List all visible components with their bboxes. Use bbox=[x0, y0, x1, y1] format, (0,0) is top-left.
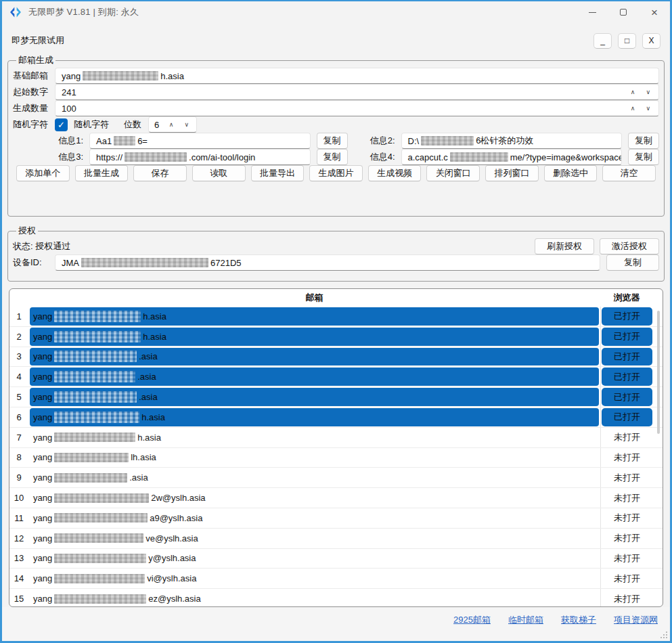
info1-copy-button[interactable]: 复制 bbox=[317, 133, 348, 149]
footer-link[interactable]: 临时邮箱 bbox=[508, 614, 543, 626]
browser-status-cell[interactable]: 未打开 bbox=[600, 569, 653, 588]
browser-status-cell[interactable]: 未打开 bbox=[600, 448, 653, 468]
random-chars-checkbox[interactable]: ✓ bbox=[55, 118, 68, 131]
footer-link[interactable]: 2925邮箱 bbox=[453, 614, 491, 626]
email-cell[interactable]: yang ez@yslh.asia bbox=[28, 589, 600, 607]
table-row[interactable]: 3 yang .asia 已打开 bbox=[9, 347, 663, 368]
browser-status-cell[interactable]: 已打开 bbox=[600, 327, 653, 347]
action-button[interactable]: 排列窗口 bbox=[485, 165, 539, 181]
email-cell[interactable]: yang a9@yslh.asia bbox=[28, 508, 600, 528]
email-cell[interactable]: yang ve@yslh.asia bbox=[28, 529, 600, 548]
table-row[interactable]: 11 yang a9@yslh.asia 未打开 bbox=[9, 508, 663, 529]
table-row[interactable]: 6 yang h.asia 已打开 bbox=[9, 407, 663, 428]
browser-status-cell[interactable]: 已打开 bbox=[600, 307, 653, 326]
minimize-button[interactable] bbox=[577, 1, 608, 23]
table-row[interactable]: 1 yang h.asia 已打开 bbox=[9, 307, 663, 327]
inner-close-button[interactable]: X bbox=[642, 33, 660, 49]
email-cell[interactable]: yang vi@yslh.asia bbox=[28, 569, 600, 588]
browser-status-cell[interactable]: 未打开 bbox=[600, 468, 653, 487]
base-email-row: 基础邮箱 yang h.asia bbox=[13, 68, 659, 84]
browser-status-cell[interactable]: 未打开 bbox=[600, 549, 653, 569]
table-row[interactable]: 15 yang ez@yslh.asia 未打开 bbox=[9, 589, 663, 607]
email-cell[interactable]: yang y@yslh.asia bbox=[28, 549, 600, 569]
resize-grip-icon[interactable] bbox=[666, 637, 667, 638]
action-button[interactable]: 读取 bbox=[192, 165, 246, 181]
info2-copy-button[interactable]: 复制 bbox=[628, 133, 659, 149]
digits-input[interactable]: 6 ∧ ∨ bbox=[148, 116, 197, 133]
info1-input[interactable]: Aa1 6= bbox=[89, 133, 311, 149]
browser-status-badge: 未打开 bbox=[602, 489, 652, 507]
table-row[interactable]: 10 yang 2w@yslh.asia 未打开 bbox=[9, 488, 663, 508]
table-row[interactable]: 13 yang y@yslh.asia 未打开 bbox=[9, 549, 663, 569]
device-id-copy-button[interactable]: 复制 bbox=[606, 254, 659, 271]
footer-link[interactable]: 项目资源网 bbox=[614, 614, 658, 626]
table-scrollbar[interactable] bbox=[656, 308, 661, 604]
table-row[interactable]: 9 yang .asia 未打开 bbox=[9, 468, 663, 488]
censored-text bbox=[54, 493, 149, 503]
browser-status-cell[interactable]: 已打开 bbox=[600, 387, 653, 407]
activate-auth-button[interactable]: 激活授权 bbox=[600, 238, 659, 254]
action-button[interactable]: 生成图片 bbox=[309, 165, 363, 181]
inner-maximize-button[interactable]: □ bbox=[618, 33, 636, 49]
email-cell[interactable]: yang h.asia bbox=[28, 307, 600, 326]
action-button[interactable]: 添加单个 bbox=[16, 165, 70, 181]
email-cell[interactable]: yang 2w@yslh.asia bbox=[28, 488, 600, 508]
action-button[interactable]: 清空 bbox=[602, 165, 656, 181]
action-button[interactable]: 生成视频 bbox=[368, 165, 422, 181]
table-row[interactable]: 14 yang vi@yslh.asia 未打开 bbox=[9, 569, 663, 589]
browser-status-cell[interactable]: 未打开 bbox=[600, 508, 653, 528]
action-button[interactable]: 批量导出 bbox=[251, 165, 305, 181]
action-button[interactable]: 保存 bbox=[133, 165, 187, 181]
info4-input[interactable]: a.capcut.c me/?type=image&workspace=0 bbox=[401, 149, 623, 165]
info2-input[interactable]: D:\ 6松针茶的功效 bbox=[401, 133, 623, 149]
email-cell[interactable]: yang .asia bbox=[28, 387, 600, 407]
email-cell[interactable]: yang lh.asia bbox=[28, 448, 600, 468]
browser-status-cell[interactable]: 未打开 bbox=[600, 529, 653, 548]
email-cell[interactable]: yang h.asia bbox=[28, 327, 600, 347]
info4-copy-button[interactable]: 复制 bbox=[628, 149, 659, 165]
browser-status-cell[interactable]: 已打开 bbox=[600, 347, 653, 367]
table-row[interactable]: 12 yang ve@yslh.asia 未打开 bbox=[9, 529, 663, 549]
base-email-input[interactable]: yang h.asia bbox=[55, 68, 659, 84]
email-cell[interactable]: yang h.asia bbox=[28, 407, 600, 427]
browser-status-cell[interactable]: 未打开 bbox=[600, 589, 653, 607]
inner-minimize-button[interactable]: _ bbox=[593, 33, 612, 49]
device-id-input[interactable]: JMA 6721D5 bbox=[55, 254, 600, 271]
table-row[interactable]: 4 yang .asia 已打开 bbox=[9, 367, 663, 387]
action-button[interactable]: 批量生成 bbox=[75, 165, 129, 181]
browser-status-cell[interactable]: 未打开 bbox=[600, 488, 653, 508]
spin-down-icon[interactable]: ∨ bbox=[184, 122, 189, 128]
info3-input[interactable]: https:// .com/ai-tool/login bbox=[89, 149, 311, 165]
table-row[interactable]: 5 yang .asia 已打开 bbox=[9, 387, 663, 407]
browser-status-cell[interactable]: 未打开 bbox=[600, 428, 653, 447]
info3-copy-button[interactable]: 复制 bbox=[317, 149, 348, 165]
footer-link[interactable]: 获取梯子 bbox=[561, 614, 596, 626]
spin-down-icon[interactable]: ∨ bbox=[646, 89, 650, 95]
email-cell[interactable]: yang .asia bbox=[28, 347, 600, 367]
close-button[interactable]: × bbox=[639, 1, 670, 23]
table-row[interactable]: 2 yang h.asia 已打开 bbox=[9, 327, 663, 347]
table-row[interactable]: 8 yang lh.asia 未打开 bbox=[9, 448, 663, 468]
refresh-auth-button[interactable]: 刷新授权 bbox=[535, 238, 594, 254]
email-highlight: yang .asia bbox=[30, 368, 599, 386]
email-cell[interactable]: yang .asia bbox=[28, 367, 600, 386]
action-button[interactable]: 关闭窗口 bbox=[426, 165, 480, 181]
spin-up-icon[interactable]: ∧ bbox=[631, 89, 635, 95]
window-controls: × bbox=[577, 1, 670, 23]
email-cell[interactable]: yang .asia bbox=[28, 468, 600, 487]
spin-down-icon[interactable]: ∨ bbox=[646, 106, 650, 112]
browser-status-cell[interactable]: 已打开 bbox=[600, 407, 653, 427]
gen-count-input[interactable]: 100 ∧ ∨ bbox=[55, 100, 659, 116]
spin-up-icon[interactable]: ∧ bbox=[169, 122, 174, 128]
email-cell[interactable]: yang h.asia bbox=[28, 428, 600, 447]
spin-up-icon[interactable]: ∧ bbox=[631, 106, 635, 112]
action-button[interactable]: 删除选中 bbox=[544, 165, 598, 181]
browser-status-cell[interactable]: 已打开 bbox=[600, 367, 653, 386]
email-suffix: y@yslh.asia bbox=[148, 553, 196, 563]
maximize-button[interactable] bbox=[608, 1, 639, 23]
scrollbar-thumb[interactable] bbox=[657, 311, 660, 434]
start-number-input[interactable]: 241 ∧ ∨ bbox=[55, 84, 659, 100]
table-row[interactable]: 7 yang h.asia 未打开 bbox=[9, 428, 663, 448]
censored-text bbox=[54, 351, 137, 362]
browser-status-badge: 已打开 bbox=[602, 368, 652, 386]
